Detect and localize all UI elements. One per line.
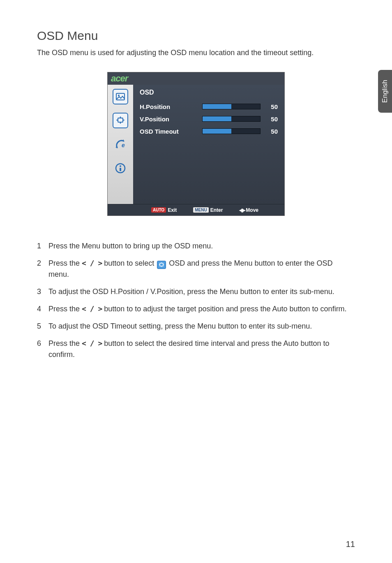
text: button to to adjust the target position … xyxy=(102,305,272,313)
text: To adjust the xyxy=(48,322,92,330)
language-label: English xyxy=(381,80,389,103)
text: Press the xyxy=(48,305,82,313)
auto-tag: AUTO xyxy=(151,207,166,213)
osd-position-icon[interactable] xyxy=(113,113,128,128)
arrows-glyph: < / > xyxy=(82,339,102,348)
menu-term: Menu xyxy=(234,259,252,267)
arrows-glyph: < / > xyxy=(82,259,102,267)
text: button to bring up the OSD menu. xyxy=(100,242,213,250)
text: Press the xyxy=(48,242,82,250)
enter-label: Enter xyxy=(210,207,223,213)
text: To adjust the OSD H.Position / V.Positio… xyxy=(48,287,220,296)
osd-row[interactable]: V.Position 50 xyxy=(140,113,278,125)
menu-term: Menu xyxy=(197,322,216,330)
exit-label: Exit xyxy=(168,207,177,213)
footer-move: ◀▶ Move xyxy=(239,207,258,213)
step-item: Press the < / > button to select the des… xyxy=(37,338,355,359)
page-number: 11 xyxy=(346,540,355,549)
row-value: 50 xyxy=(265,128,278,135)
auto-term: Auto xyxy=(284,339,299,348)
row-label: OSD Timeout xyxy=(140,128,197,135)
slider-bar[interactable] xyxy=(202,128,261,134)
step-item: To adjust the OSD Timeout setting, press… xyxy=(37,321,355,331)
osd-header: OSD xyxy=(140,89,278,96)
brand-logo: acer xyxy=(111,73,128,84)
info-icon[interactable] xyxy=(113,160,128,176)
svg-point-1 xyxy=(118,95,120,96)
step-item: Press the Menu button to bring up the OS… xyxy=(37,241,355,251)
text: button to enter its sub-menu. xyxy=(238,287,334,296)
svg-rect-6 xyxy=(120,168,121,171)
osd-row[interactable]: OSD Timeout 50 xyxy=(140,125,278,137)
slider-bar[interactable] xyxy=(202,116,261,122)
row-value: 50 xyxy=(265,116,278,123)
step-item: Press the < / > button to to adjust the … xyxy=(37,304,355,314)
text: button to select the desired time interv… xyxy=(102,339,283,348)
step-item: Press the < / > button to select OSD and… xyxy=(37,258,355,280)
osd-footer: AUTO Exit MENU Enter ◀▶ Move xyxy=(108,204,284,215)
text: button to confirm. xyxy=(288,305,347,313)
osd-inline-icon xyxy=(157,261,166,269)
row-label: V.Position xyxy=(140,116,197,123)
menu-term: Menu xyxy=(220,287,238,296)
settings-icon[interactable]: e xyxy=(113,137,128,152)
footer-enter: MENU Enter xyxy=(193,207,223,213)
osd-timeout-term: OSD Timeout xyxy=(92,322,137,330)
move-label: Move xyxy=(246,207,258,213)
row-label: H.Position xyxy=(140,103,197,110)
intro-text: The OSD menu is used for adjusting the O… xyxy=(37,49,355,57)
osd-row[interactable]: H.Position 50 xyxy=(140,100,278,113)
text: Press the xyxy=(48,339,82,348)
menu-term: Menu xyxy=(82,242,100,250)
svg-rect-2 xyxy=(118,118,123,122)
footer-exit: AUTO Exit xyxy=(151,207,177,213)
step-item: To adjust the OSD H.Position / V.Positio… xyxy=(37,286,355,297)
text: Press the xyxy=(48,259,82,267)
language-tab[interactable]: English xyxy=(378,70,392,113)
text: button to select xyxy=(102,259,156,267)
osd-panel: acer e OSD xyxy=(107,72,285,216)
text: setting, press the xyxy=(137,322,197,330)
text: OSD and press the xyxy=(167,259,234,267)
arrows-glyph: < / > xyxy=(82,304,102,313)
instruction-list: Press the Menu button to bring up the OS… xyxy=(37,241,355,360)
picture-icon[interactable] xyxy=(113,89,128,104)
menu-tag: MENU xyxy=(193,207,208,213)
text: button to enter its sub-menu. xyxy=(216,322,312,330)
svg-point-5 xyxy=(120,165,121,167)
page-title: OSD Menu xyxy=(37,29,355,43)
slider-bar[interactable] xyxy=(202,104,261,109)
row-value: 50 xyxy=(265,103,278,110)
svg-text:e: e xyxy=(122,142,125,148)
arrows-icon: ◀▶ xyxy=(239,207,244,213)
osd-sidebar: e xyxy=(108,85,133,204)
auto-term: Auto xyxy=(272,305,288,313)
svg-rect-7 xyxy=(160,263,163,266)
